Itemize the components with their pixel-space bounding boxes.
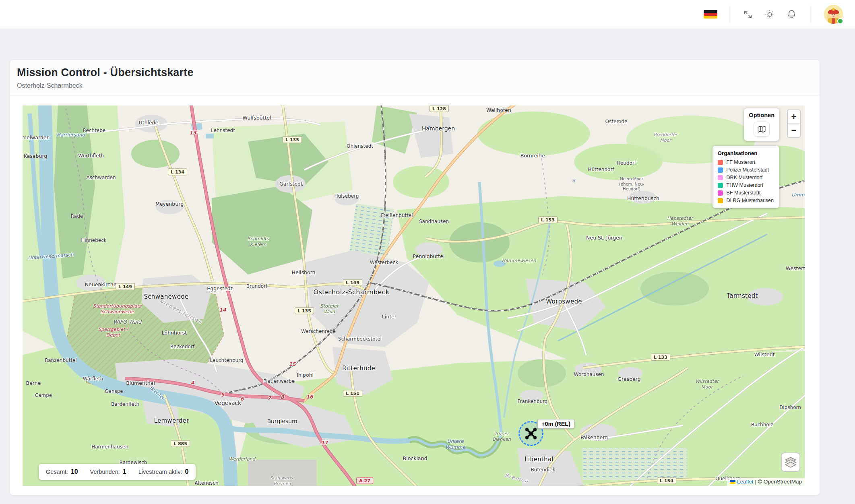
options-panel-title: Optionen xyxy=(749,112,774,118)
legend-color-swatch xyxy=(718,175,723,180)
legend-item-label: THW Musterdorf xyxy=(727,182,764,188)
legend-item-label: Polizei Musterstadt xyxy=(727,167,769,173)
notifications-button[interactable] xyxy=(783,6,800,23)
status-items: Gesamt:10Verbunden:1Livestream aktiv:0 xyxy=(46,468,188,475)
mission-control-card: Mission Control - Übersichtskarte Osterh… xyxy=(9,60,820,496)
language-flag-button[interactable] xyxy=(702,6,719,23)
attribution-separator: | xyxy=(755,479,756,485)
user-avatar[interactable] xyxy=(824,5,843,24)
page-subtitle: Osterholz-Scharmbeck xyxy=(17,82,812,89)
expand-icon xyxy=(743,9,753,20)
legend-item: DRK Musterdorf xyxy=(718,175,774,180)
osm-attribution: © OpenStreetMap xyxy=(758,479,802,485)
zoom-out-button[interactable]: − xyxy=(788,124,800,137)
organisations-legend: Organisationen FF MusterortPolizei Muste… xyxy=(712,146,779,208)
basemap-tiles xyxy=(23,105,805,486)
german-flag-icon xyxy=(704,10,717,19)
status-stat-value: 0 xyxy=(185,468,188,475)
legend-item-label: FF Musterort xyxy=(727,159,756,165)
status-stat: Livestream aktiv:0 xyxy=(138,468,189,475)
map-attribution: Leaflet | © OpenStreetMap xyxy=(727,478,805,486)
online-status-dot xyxy=(837,18,843,24)
legend-item-label: DRK Musterdorf xyxy=(727,175,763,180)
legend-item: FF Musterort xyxy=(718,159,774,165)
map-style-button[interactable] xyxy=(754,122,770,137)
legend-item: THW Musterdorf xyxy=(718,182,774,188)
status-stat: Verbunden:1 xyxy=(90,468,126,475)
layers-icon xyxy=(785,456,797,468)
legend-item: Polizei Musterstadt xyxy=(718,167,774,173)
navbar-divider xyxy=(729,6,729,23)
legend-color-swatch xyxy=(718,167,723,173)
card-header: Mission Control - Übersichtskarte Osterh… xyxy=(10,60,820,95)
map-status-bar: Gesamt:10Verbunden:1Livestream aktiv:0 xyxy=(39,464,196,480)
top-navbar xyxy=(0,0,855,29)
legend-color-swatch xyxy=(718,160,723,165)
navbar-divider xyxy=(810,6,810,23)
legend-color-swatch xyxy=(718,183,723,188)
map-icon xyxy=(757,125,766,134)
legend-item-label: DLRG Musterhausen xyxy=(727,198,774,203)
drone-altitude-tooltip: +0m (REL) xyxy=(537,419,574,429)
leaflet-link[interactable]: Leaflet xyxy=(737,479,754,485)
theme-sun-icon xyxy=(764,9,775,20)
status-stat-value: 1 xyxy=(123,468,126,475)
layers-control-button[interactable] xyxy=(781,452,800,472)
ukraine-flag-icon xyxy=(730,480,735,484)
legend-item-label: BF Musterstadt xyxy=(727,190,761,196)
status-stat: Gesamt:10 xyxy=(46,468,78,475)
legend-item: BF Musterstadt xyxy=(718,190,774,196)
zoom-in-button[interactable]: + xyxy=(788,110,800,124)
legend-color-swatch xyxy=(718,190,723,196)
drone-icon xyxy=(524,427,538,440)
leaflet-map[interactable]: HammelwardenHarriersandKäseburgRechtebeU… xyxy=(23,105,805,486)
legend-item: DLRG Musterhausen xyxy=(718,198,774,203)
legend-color-swatch xyxy=(718,198,723,203)
status-stat-value: 10 xyxy=(71,468,78,475)
options-panel: Optionen xyxy=(744,108,779,141)
bell-icon xyxy=(787,9,797,19)
legend-title: Organisationen xyxy=(718,150,774,156)
card-body: HammelwardenHarriersandKäseburgRechtebeU… xyxy=(10,95,820,495)
zoom-control: + − xyxy=(787,109,801,138)
page-title: Mission Control - Übersichtskarte xyxy=(17,66,812,79)
legend-items: FF MusterortPolizei MusterstadtDRK Muste… xyxy=(718,159,774,203)
page-content: Mission Control - Übersichtskarte Osterh… xyxy=(0,29,855,496)
theme-toggle-button[interactable] xyxy=(761,6,779,23)
fullscreen-expand-button[interactable] xyxy=(739,6,757,23)
